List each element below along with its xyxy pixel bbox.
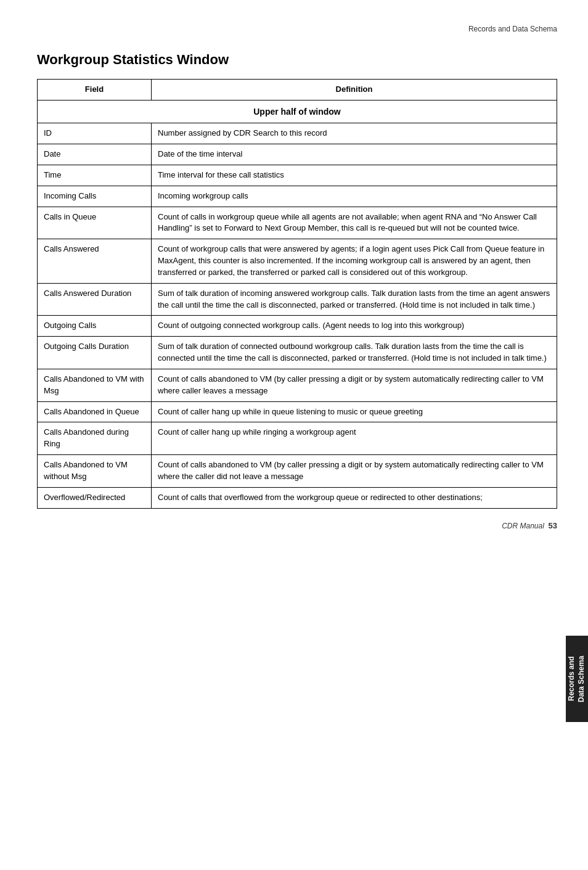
table-row: Overflowed/RedirectedCount of calls that… xyxy=(38,487,557,508)
table-row: Calls Answered DurationSum of talk durat… xyxy=(38,283,557,316)
table-row: Calls Abandoned to VM without MsgCount o… xyxy=(38,455,557,488)
table-row: TimeTime interval for these call statist… xyxy=(38,165,557,186)
side-tab-text: Records andData Schema xyxy=(567,655,586,702)
table-row: Incoming CallsIncoming workgroup calls xyxy=(38,186,557,207)
section-header-cell: Upper half of window xyxy=(38,100,557,123)
table-cell-field: Date xyxy=(38,144,152,165)
table-cell-definition: Date of the time interval xyxy=(152,144,557,165)
table-cell-definition: Count of calls abandoned to VM (by calle… xyxy=(152,455,557,488)
table-row: Calls AnsweredCount of workgroup calls t… xyxy=(38,239,557,284)
table-cell-field: Incoming Calls xyxy=(38,186,152,207)
table-cell-definition: Incoming workgroup calls xyxy=(152,186,557,207)
table-cell-field: Overflowed/Redirected xyxy=(38,487,152,508)
table-cell-definition: Sum of talk duration of incoming answere… xyxy=(152,283,557,316)
table-row: Calls Abandoned during RingCount of call… xyxy=(38,422,557,455)
table-row: Calls in QueueCount of calls in workgrou… xyxy=(38,207,557,239)
table-cell-definition: Time interval for these call statistics xyxy=(152,165,557,186)
table-cell-field: ID xyxy=(38,123,152,144)
table-cell-definition: Sum of talk duration of connected outbou… xyxy=(152,337,557,369)
table-row: IDNumber assigned by CDR Search to this … xyxy=(38,123,557,144)
column-header-field: Field xyxy=(38,80,152,101)
table-cell-field: Calls Abandoned to VM with Msg xyxy=(38,369,152,401)
header-text: Records and Data Schema xyxy=(468,25,557,33)
table-row: Outgoing Calls DurationSum of talk durat… xyxy=(38,337,557,369)
page-number: 53 xyxy=(549,521,557,530)
table-cell-field: Calls Answered xyxy=(38,239,152,284)
table-row: Calls Abandoned in QueueCount of caller … xyxy=(38,401,557,422)
side-tab: Records andData Schema xyxy=(566,636,588,722)
table-cell-definition: Count of calls in workgroup queue while … xyxy=(152,207,557,239)
page-header: Records and Data Schema xyxy=(37,25,557,33)
table-cell-definition: Number assigned by CDR Search to this re… xyxy=(152,123,557,144)
table-row: DateDate of the time interval xyxy=(38,144,557,165)
table-cell-definition: Count of workgroup calls that were answe… xyxy=(152,239,557,284)
table-cell-field: Calls Abandoned in Queue xyxy=(38,401,152,422)
section-header-row: Upper half of window xyxy=(38,100,557,123)
table-row: Outgoing CallsCount of outgoing connecte… xyxy=(38,316,557,337)
table-cell-definition: Count of caller hang up while in queue l… xyxy=(152,401,557,422)
footer-italic: CDR Manual xyxy=(502,522,544,530)
table-cell-field: Outgoing Calls xyxy=(38,316,152,337)
table-cell-definition: Count of caller hang up while ringing a … xyxy=(152,422,557,455)
table-cell-definition: Count of outgoing connected workgroup ca… xyxy=(152,316,557,337)
page-container: Records and Data Schema Workgroup Statis… xyxy=(0,0,588,870)
table-cell-definition: Count of calls that overflowed from the … xyxy=(152,487,557,508)
column-header-definition: Definition xyxy=(152,80,557,101)
table-cell-field: Calls in Queue xyxy=(38,207,152,239)
table-row: Calls Abandoned to VM with MsgCount of c… xyxy=(38,369,557,401)
table-cell-field: Time xyxy=(38,165,152,186)
table-cell-field: Calls Answered Duration xyxy=(38,283,152,316)
page-footer: CDR Manual 53 xyxy=(37,521,557,530)
table-cell-definition: Count of calls abandoned to VM (by calle… xyxy=(152,369,557,401)
table-cell-field: Outgoing Calls Duration xyxy=(38,337,152,369)
main-table: Field Definition Upper half of window ID… xyxy=(37,79,557,509)
table-cell-field: Calls Abandoned to VM without Msg xyxy=(38,455,152,488)
table-cell-field: Calls Abandoned during Ring xyxy=(38,422,152,455)
page-title: Workgroup Statistics Window xyxy=(37,52,557,68)
